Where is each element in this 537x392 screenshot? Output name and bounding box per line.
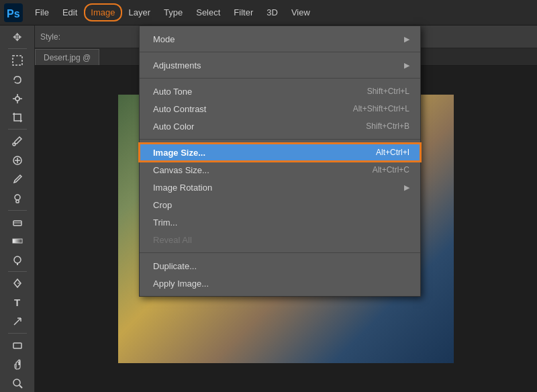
tool-separator-2 [8,129,27,130]
menu-item-reveal-all: Reveal All [140,231,420,248]
svg-rect-13 [16,200,19,203]
pen-tool[interactable] [7,275,28,292]
tool-separator-1 [8,48,27,49]
document-tab[interactable]: Desert.jpg @ [35,49,99,65]
menu-item-auto-contrast[interactable]: Auto Contrast Alt+Shift+Ctrl+L [140,100,420,117]
eyedropper-tool[interactable] [7,132,28,150]
eraser-tool[interactable] [7,213,28,230]
menu-section-5: Duplicate... Apply Image... [140,256,420,293]
shortcut-auto-color: Shift+Ctrl+B [366,121,409,131]
tool-separator-3 [8,210,27,211]
menu-section-2: Adjustments ▶ [140,55,420,75]
left-toolbar: ✥ T [0,26,35,392]
menu-layer[interactable]: Layer [122,3,158,21]
tool-separator-4 [8,271,27,272]
brush-tool[interactable] [7,170,28,188]
menu-image[interactable]: Image [84,3,121,21]
menu-file[interactable]: File [28,3,56,21]
hand-tool[interactable] [7,355,28,373]
menu-item-image-size[interactable]: Image Size... Alt+Ctrl+I [140,144,420,161]
lasso-tool[interactable] [7,70,28,88]
arrow-icon: ▶ [404,35,409,44]
menu-item-auto-tone[interactable]: Auto Tone Shift+Ctrl+L [140,83,420,100]
menu-item-duplicate[interactable]: Duplicate... [140,257,420,275]
type-tool[interactable]: T [7,294,28,311]
menu-item-crop[interactable]: Crop [140,196,420,213]
menu-item-trim[interactable]: Trim... [140,213,420,231]
menu-bar: Ps File Edit Image Layer Type Select Fil… [0,0,537,26]
tool-separator-5 [8,333,27,334]
menu-item-auto-color[interactable]: Auto Color Shift+Ctrl+B [140,117,420,135]
magic-wand-tool[interactable] [7,90,28,107]
move-tool[interactable]: ✥ [7,28,28,46]
menu-section-3: Auto Tone Shift+Ctrl+L Auto Contrast Alt… [140,81,420,136]
shortcut-image-size: Alt+Ctrl+I [376,148,409,157]
menu-item-apply-image[interactable]: Apply Image... [140,275,420,292]
menu-item-adjustments[interactable]: Adjustments ▶ [140,56,420,74]
dodge-tool[interactable] [7,251,28,268]
menu-divider-4 [140,252,420,253]
marquee-tool[interactable] [7,52,28,69]
shortcut-auto-contrast: Alt+Shift+Ctrl+L [353,104,409,113]
svg-line-21 [19,385,22,388]
menu-view[interactable]: View [285,3,317,21]
svg-point-8 [13,143,15,146]
clone-stamp-tool[interactable] [7,189,28,207]
svg-rect-15 [13,239,22,243]
ps-logo: Ps [3,2,24,23]
zoom-tool[interactable] [7,375,28,392]
menu-item-mode[interactable]: Mode ▶ [140,30,420,48]
shape-tool[interactable] [7,336,28,354]
image-menu-dropdown: Mode ▶ Adjustments ▶ Auto Tone Shift+Ctr… [139,26,421,297]
shortcut-auto-tone: Shift+Ctrl+L [367,87,409,96]
gradient-tool[interactable] [7,232,28,250]
menu-3d[interactable]: 3D [260,3,285,21]
menu-items: File Edit Image Layer Type Select Filter… [28,3,317,21]
healing-brush-tool[interactable] [7,152,28,169]
arrow-icon-3: ▶ [404,183,409,192]
menu-divider-2 [140,78,420,79]
arrow-icon-2: ▶ [404,61,409,70]
menu-section-4: Image Size... Alt+Ctrl+I Canvas Size... … [140,142,420,250]
svg-point-12 [15,195,20,200]
menu-section-1: Mode ▶ [140,29,420,49]
menu-divider-3 [140,139,420,140]
svg-rect-2 [13,56,22,65]
svg-point-16 [14,256,21,263]
shortcut-canvas-size: Alt+Ctrl+C [373,165,409,175]
svg-text:Ps: Ps [7,8,20,19]
menu-filter[interactable]: Filter [227,3,260,21]
crop-tool[interactable] [7,109,28,126]
svg-rect-19 [13,343,21,348]
style-label: Style: [40,32,60,42]
menu-item-image-rotation[interactable]: Image Rotation ▶ [140,179,420,196]
svg-point-7 [15,97,19,101]
path-selection-tool[interactable] [7,313,28,330]
menu-edit[interactable]: Edit [56,3,84,21]
menu-type[interactable]: Type [157,3,189,21]
tab-label: Desert.jpg @ [44,53,91,62]
menu-divider-1 [140,52,420,52]
svg-point-20 [13,379,20,386]
menu-item-canvas-size[interactable]: Canvas Size... Alt+Ctrl+C [140,161,420,179]
menu-select[interactable]: Select [189,3,227,21]
